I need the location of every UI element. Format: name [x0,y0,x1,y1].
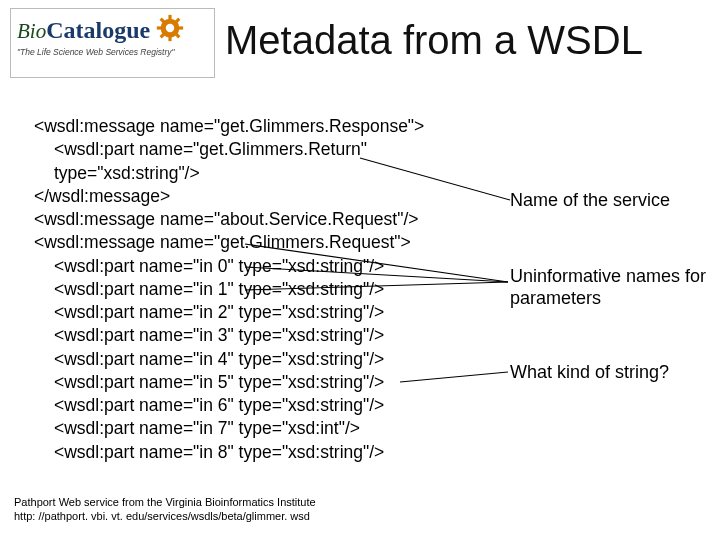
svg-rect-2 [169,15,172,20]
code-line: <wsdl:message name="about.Service.Reques… [34,208,504,231]
svg-point-1 [166,24,174,32]
logo-tagline: "The Life Science Web Services Registry" [17,47,208,57]
annotation-service-name: Name of the service [510,190,670,211]
logo-bio-text: Bio [17,19,46,44]
slide-title: Metadata from a WSDL [225,18,643,63]
wsdl-code-block: <wsdl:message name="get.Glimmers.Respons… [34,115,504,464]
annotation-uninformative: Uninformative names for parameters [510,266,720,309]
code-line: <wsdl:part name="in 7" type="xsd:int"/> [34,417,504,440]
svg-rect-5 [179,26,184,29]
code-line: <wsdl:part name="in 6" type="xsd:string"… [34,394,504,417]
logo-catalogue-text: Catalogue [46,17,150,43]
code-line: <wsdl:message name="get.Glimmers.Respons… [34,115,504,138]
code-line: <wsdl:part name="in 3" type="xsd:string"… [34,324,504,347]
code-line: <wsdl:part name="in 2" type="xsd:string"… [34,301,504,324]
svg-rect-4 [157,26,162,29]
annotation-string-kind: What kind of string? [510,362,669,383]
footer-line-2: http: //pathport. vbi. vt. edu/services/… [14,509,316,523]
code-line: <wsdl:part name="in 4" type="xsd:string"… [34,348,504,371]
footer-credit: Pathport Web service from the Virginia B… [14,495,316,524]
svg-rect-3 [169,36,172,41]
footer-line-1: Pathport Web service from the Virginia B… [14,495,316,509]
logo-box: BioCatalogue [10,8,215,78]
code-line: <wsdl:part name="get.Glimmers.Return" ty… [34,138,504,185]
gear-icon [155,13,185,47]
code-line: <wsdl:part name="in 0" type="xsd:string"… [34,255,504,278]
code-line: <wsdl:part name="in 5" type="xsd:string"… [34,371,504,394]
code-line: <wsdl:part name="in 1" type="xsd:string"… [34,278,504,301]
code-line: </wsdl:message> [34,185,504,208]
code-line: <wsdl:message name="get.Glimmers.Request… [34,231,504,254]
code-line: <wsdl:part name="in 8" type="xsd:string"… [34,441,504,464]
